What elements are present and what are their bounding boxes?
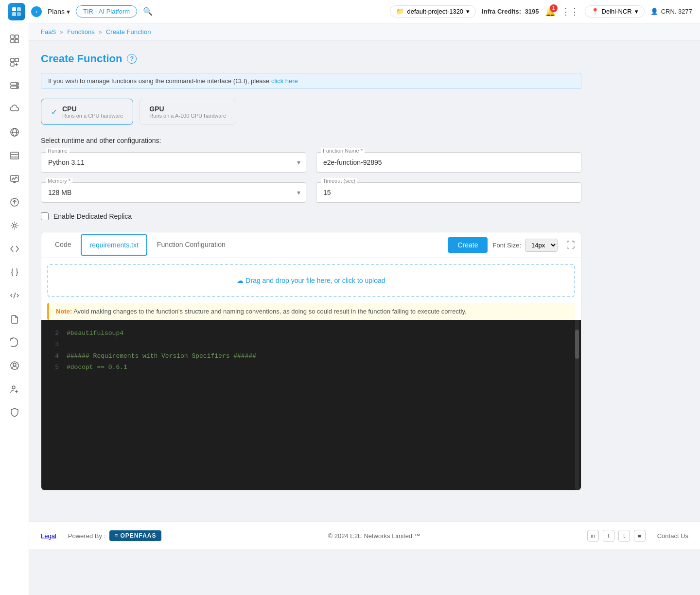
runtime-select[interactable]: Python 3.11 Python 3.10 Python 3.9 Node.…: [41, 152, 306, 173]
svg-rect-7: [15, 39, 18, 43]
sidebar-item-code-bracket[interactable]: [5, 239, 24, 259]
form-section-label: Select runtime and other configurations:: [41, 137, 581, 144]
sidebar-item-shield[interactable]: [5, 402, 24, 422]
region-selector-button[interactable]: 📍 Delhi-NCR ▾: [585, 5, 645, 18]
code-editor[interactable]: 2 #beautifulsoup4 3 4 ###### Requirement…: [41, 320, 581, 490]
runtime-label: Runtime: [46, 148, 70, 154]
memory-field: Memory * 128 MB 256 MB 512 MB 1 GB 2 GB …: [41, 182, 306, 203]
runtime-field: Runtime Python 3.11 Python 3.10 Python 3…: [41, 152, 306, 173]
sidebar-item-dashboard[interactable]: [5, 29, 24, 49]
svg-rect-1: [17, 7, 21, 11]
sidebar-item-monitoring[interactable]: [5, 169, 24, 189]
cli-info-bar: If you wish to manage functions using th…: [41, 73, 581, 89]
twitter-icon[interactable]: t: [618, 530, 630, 542]
contact-us-link[interactable]: Contact Us: [657, 532, 688, 540]
logo[interactable]: [8, 3, 25, 20]
function-name-input[interactable]: [316, 152, 581, 173]
sidebar-item-storage[interactable]: [5, 146, 24, 165]
apps-grid-button[interactable]: ⋮⋮: [561, 6, 579, 17]
svg-point-31: [13, 363, 16, 366]
sidebar: [0, 23, 29, 549]
tab-code[interactable]: Code: [47, 235, 79, 255]
sidebar-item-refresh[interactable]: [5, 332, 24, 352]
plans-chevron-icon: ▾: [67, 8, 70, 16]
svg-point-16: [17, 87, 18, 88]
svg-rect-20: [11, 152, 18, 159]
openfaas-badge: ≡ OPENFAAS: [109, 530, 161, 541]
crn-button[interactable]: 👤 CRN. 3277: [650, 8, 692, 15]
file-upload-area[interactable]: ☁ Drag and drop your file here, or click…: [47, 264, 575, 297]
footer-copyright: © 2024 E2E Networks Limited ™: [328, 532, 420, 540]
sidebar-item-add-user[interactable]: [5, 379, 24, 399]
plans-label: Plans: [48, 8, 65, 16]
sidebar-item-add[interactable]: [5, 52, 24, 72]
breadcrumb-functions-link[interactable]: Functions: [67, 28, 94, 35]
tir-platform-button[interactable]: TIR - AI Platform: [76, 5, 137, 18]
svg-point-28: [13, 224, 16, 227]
dedicated-replica-label[interactable]: Enable Dedicated Replica: [53, 212, 132, 220]
sidebar-item-compute[interactable]: [5, 76, 24, 95]
form-row-2: Memory * 128 MB 256 MB 512 MB 1 GB 2 GB …: [41, 182, 581, 203]
memory-select[interactable]: 128 MB 256 MB 512 MB 1 GB 2 GB: [41, 182, 306, 203]
create-function-button[interactable]: Create: [448, 237, 488, 253]
editor-scrollbar[interactable]: [575, 320, 579, 490]
sidebar-item-code-curly[interactable]: [5, 262, 24, 282]
code-line: 3: [49, 339, 573, 350]
svg-rect-6: [11, 39, 14, 43]
tabs-header: Code requirements.txt Function Configura…: [41, 232, 581, 258]
tab-function-config[interactable]: Function Configuration: [149, 235, 233, 255]
cpu-hardware-card[interactable]: ✓ CPU Runs on a CPU hardware: [41, 99, 133, 125]
page-title-row: Create Function ?: [41, 52, 581, 65]
page-title: Create Function: [41, 52, 122, 65]
legal-link[interactable]: Legal: [41, 532, 56, 540]
breadcrumb-sep-2: »: [99, 28, 102, 35]
search-button[interactable]: 🔍: [143, 7, 153, 16]
timeout-input[interactable]: [316, 182, 581, 203]
cli-link[interactable]: click here: [271, 77, 298, 85]
editor-scrollbar-thumb[interactable]: [575, 330, 579, 359]
sidebar-item-cloud[interactable]: [5, 99, 24, 119]
svg-rect-4: [11, 35, 14, 38]
gpu-name: GPU: [149, 105, 226, 113]
dedicated-replica-checkbox[interactable]: [41, 212, 49, 220]
function-name-field: Function Name *: [316, 152, 581, 173]
main-content: FaaS » Functions » Create Function Creat…: [29, 23, 700, 549]
sidebar-toggle-button[interactable]: ›: [31, 6, 42, 17]
sidebar-item-angle[interactable]: [5, 286, 24, 305]
svg-rect-2: [12, 12, 16, 16]
footer-right: in f t ■ Contact Us: [587, 530, 688, 542]
tab-requirements[interactable]: requirements.txt: [81, 234, 147, 256]
sidebar-item-document[interactable]: [5, 309, 24, 329]
notifications-button[interactable]: 🔔 1: [545, 6, 556, 17]
code-line: 5 #docopt == 0.6.1: [49, 362, 573, 373]
help-icon[interactable]: ?: [127, 54, 137, 64]
svg-line-29: [14, 293, 16, 298]
expand-editor-icon[interactable]: ⛶: [566, 240, 575, 250]
svg-rect-9: [15, 58, 18, 62]
breadcrumb-sep-1: »: [60, 28, 63, 35]
footer: Legal Powered By : ≡ OPENFAAS © 2024 E2E…: [29, 522, 700, 549]
region-chevron-icon: ▾: [635, 8, 638, 15]
memory-label: Memory *: [46, 178, 72, 184]
rss-icon[interactable]: ■: [634, 530, 646, 542]
project-selector-button[interactable]: 📁 default-project-1320 ▾: [390, 5, 476, 18]
linkedin-icon[interactable]: in: [587, 530, 599, 542]
cpu-check-icon: ✓: [51, 107, 57, 117]
plans-menu-button[interactable]: Plans ▾: [48, 8, 70, 16]
font-size-select[interactable]: 12px 13px 14px 16px 18px: [525, 239, 558, 252]
social-icons: in f t ■: [587, 530, 646, 542]
sidebar-item-users-circle[interactable]: [5, 356, 24, 375]
gpu-desc: Runs on a A-100 GPU hardware: [149, 113, 226, 119]
gpu-hardware-card[interactable]: GPU Runs on a A-100 GPU hardware: [139, 99, 236, 125]
svg-rect-5: [15, 35, 18, 38]
sidebar-item-settings[interactable]: [5, 216, 24, 235]
svg-rect-0: [12, 7, 16, 11]
breadcrumb-faas-link[interactable]: FaaS: [41, 28, 56, 35]
facebook-icon[interactable]: f: [603, 530, 614, 542]
sidebar-item-ci[interactable]: [5, 192, 24, 212]
crn-label: CRN. 3277: [661, 8, 692, 15]
user-icon: 👤: [650, 8, 658, 15]
svg-point-32: [12, 386, 15, 389]
editor-tabs-container: Code requirements.txt Function Configura…: [41, 232, 581, 490]
sidebar-item-network[interactable]: [5, 122, 24, 142]
